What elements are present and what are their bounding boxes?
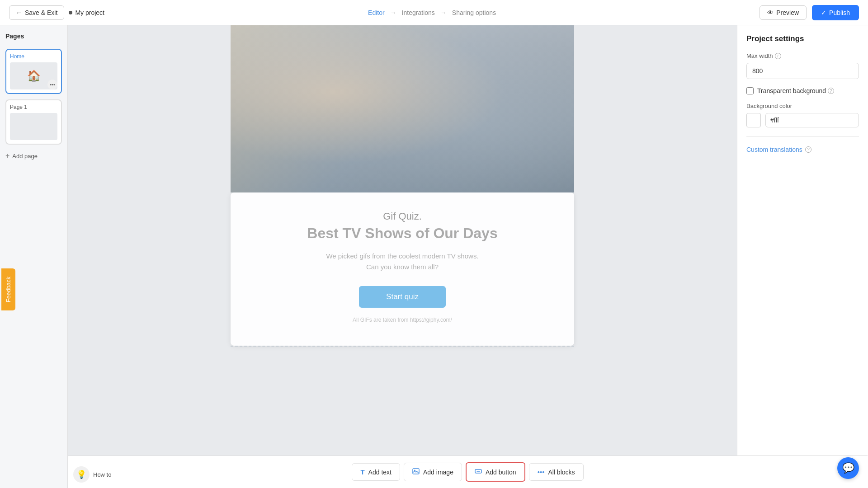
left-sidebar: Pages Home 🏠 ••• Page 1 + Add page bbox=[0, 25, 68, 488]
page1-label: Home bbox=[10, 53, 57, 60]
bottom-toolbar: 💡 How to T Add text Add image Add button bbox=[68, 455, 737, 488]
save-exit-label: Save & Exit bbox=[25, 9, 57, 16]
page-card-page1[interactable]: Page 1 bbox=[5, 99, 62, 145]
settings-title: Project settings bbox=[746, 34, 859, 43]
all-blocks-button[interactable]: ••• All blocks bbox=[529, 463, 584, 481]
canvas-area: Gif Quiz. Best TV Shows of Our Days We p… bbox=[68, 25, 737, 488]
add-page-label: Add page bbox=[12, 153, 38, 160]
hero-image bbox=[231, 25, 574, 192]
editor-step[interactable]: Editor bbox=[368, 9, 385, 16]
preview-button[interactable]: 👁 Preview bbox=[760, 5, 807, 20]
home-icon: 🏠 bbox=[27, 70, 41, 82]
check-icon: ✓ bbox=[821, 9, 826, 16]
bg-color-input[interactable] bbox=[765, 113, 859, 127]
add-image-icon bbox=[412, 468, 420, 476]
add-text-button[interactable]: T Add text bbox=[352, 463, 400, 481]
arrow-1-icon: → bbox=[390, 9, 396, 16]
sidebar-divider bbox=[746, 136, 859, 137]
quiz-subtitle: Gif Quiz. bbox=[258, 211, 547, 222]
back-arrow-icon: ← bbox=[16, 9, 22, 16]
quiz-title: Best TV Shows of Our Days bbox=[258, 225, 547, 242]
chat-bubble-button[interactable]: 💬 bbox=[837, 457, 859, 479]
add-page-icon: + bbox=[5, 152, 9, 160]
main-layout: Pages Home 🏠 ••• Page 1 + Add page bbox=[0, 25, 868, 488]
custom-translations-link[interactable]: Custom translations ? bbox=[746, 146, 859, 153]
quiz-footer: All GIFs are taken from https://giphy.co… bbox=[258, 317, 547, 323]
sharing-step[interactable]: Sharing options bbox=[452, 9, 496, 16]
add-button-button[interactable]: Add button bbox=[466, 462, 525, 482]
project-name-area: My project bbox=[69, 9, 104, 16]
pages-title: Pages bbox=[5, 33, 62, 40]
preview-label: Preview bbox=[776, 9, 799, 16]
add-text-icon: T bbox=[360, 468, 364, 476]
eye-icon: 👁 bbox=[767, 9, 774, 16]
project-name: My project bbox=[75, 9, 104, 16]
all-blocks-label: All blocks bbox=[548, 469, 575, 476]
translations-info-icon[interactable]: ? bbox=[805, 146, 811, 153]
feedback-tab[interactable]: Feedback bbox=[1, 268, 15, 310]
add-button-label: Add button bbox=[486, 469, 516, 476]
nav-left: ← Save & Exit My project bbox=[9, 5, 104, 20]
nav-right: 👁 Preview ✓ Publish bbox=[760, 5, 859, 20]
how-to-label[interactable]: How to bbox=[93, 471, 111, 478]
chat-icon: 💬 bbox=[842, 462, 854, 474]
svg-rect-0 bbox=[413, 469, 419, 474]
top-navigation: ← Save & Exit My project Editor → Integr… bbox=[0, 0, 868, 25]
quiz-description: We picked gifs from the coolest modern T… bbox=[258, 251, 547, 272]
nav-steps: Editor → Integrations → Sharing options bbox=[368, 9, 496, 16]
arrow-2-icon: → bbox=[440, 9, 447, 16]
publish-button[interactable]: ✓ Publish bbox=[812, 5, 859, 20]
quiz-card: Gif Quiz. Best TV Shows of Our Days We p… bbox=[231, 192, 574, 346]
max-width-label: Max width i bbox=[746, 52, 859, 59]
add-image-label: Add image bbox=[423, 469, 453, 476]
add-image-button[interactable]: Add image bbox=[404, 463, 462, 481]
how-to-area: 💡 How to bbox=[73, 466, 111, 483]
publish-label: Publish bbox=[829, 9, 850, 16]
section-separator bbox=[231, 346, 574, 347]
canvas-wrapper: Gif Quiz. Best TV Shows of Our Days We p… bbox=[231, 25, 574, 347]
bg-color-label: Background color bbox=[746, 103, 859, 109]
all-blocks-icon: ••• bbox=[538, 468, 545, 476]
page2-label: Page 1 bbox=[10, 104, 57, 110]
page1-more-button[interactable]: ••• bbox=[47, 80, 57, 89]
color-swatch[interactable] bbox=[746, 113, 761, 127]
lightbulb-icon[interactable]: 💡 bbox=[73, 466, 90, 483]
add-text-label: Add text bbox=[368, 469, 392, 476]
max-width-input[interactable] bbox=[746, 63, 859, 79]
add-button-icon bbox=[475, 468, 482, 476]
page-card-home[interactable]: Home 🏠 ••• bbox=[5, 49, 62, 94]
project-dot-icon bbox=[69, 11, 72, 14]
max-width-info-icon[interactable]: i bbox=[775, 53, 781, 59]
transparent-bg-checkbox[interactable] bbox=[746, 87, 754, 94]
bg-color-row bbox=[746, 113, 859, 127]
add-page-button[interactable]: + Add page bbox=[5, 150, 62, 162]
integrations-step[interactable]: Integrations bbox=[402, 9, 435, 16]
transparent-bg-label: Transparent background ? bbox=[757, 87, 834, 94]
page2-thumbnail bbox=[10, 113, 57, 140]
hero-bg-inner bbox=[231, 25, 574, 192]
right-sidebar: Project settings Max width i Transparent… bbox=[737, 25, 868, 488]
start-quiz-button[interactable]: Start quiz bbox=[359, 286, 446, 308]
transparent-bg-row: Transparent background ? bbox=[746, 87, 859, 94]
save-exit-button[interactable]: ← Save & Exit bbox=[9, 5, 64, 20]
transparent-bg-info-icon[interactable]: ? bbox=[828, 88, 834, 94]
